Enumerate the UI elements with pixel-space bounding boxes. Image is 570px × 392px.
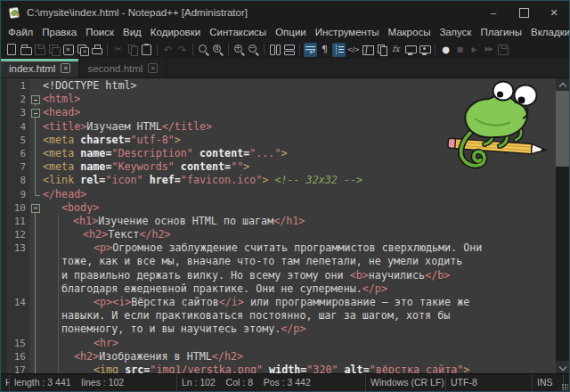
code-text[interactable]: тоже, как и все мы, вначале что-то там л… [43, 255, 462, 268]
bookmark-margin [1, 160, 7, 174]
code-text[interactable]: </head> [43, 188, 86, 201]
menu-item-5[interactable]: Синтаксисы [205, 24, 271, 40]
line-number: 13 [7, 241, 29, 255]
save-icon[interactable] [33, 43, 46, 57]
tab-second.html[interactable]: second.html✕ [79, 59, 167, 78]
macro-save-icon[interactable] [496, 43, 509, 57]
code-text[interactable]: <meta name="Keywords" content=""> [43, 160, 249, 174]
undo-icon[interactable]: ↶ [161, 43, 175, 57]
document-list-icon[interactable] [375, 43, 388, 57]
code-text[interactable]: благодаря ежедневной практике. Они не су… [43, 282, 387, 296]
code-text[interactable]: навыки. И если практиковаться постоянно,… [43, 309, 450, 323]
fold-rail [29, 228, 43, 241]
bookmark-margin [1, 309, 7, 323]
menu-item-2[interactable]: Поиск [81, 24, 118, 40]
code-line: 17<img src="img1/verstka.png" width="320… [1, 363, 556, 373]
tab-close-icon[interactable]: ✕ [148, 63, 158, 73]
code-tags-icon[interactable]: </> [346, 43, 360, 57]
tab-close-icon[interactable]: ✕ [61, 63, 70, 73]
code-text[interactable]: <body> [43, 201, 99, 215]
replace-icon[interactable]: a [211, 43, 224, 57]
code-text[interactable]: <hr> [43, 337, 118, 350]
scrollbar-thumb[interactable] [556, 91, 569, 167]
menu-item-11[interactable]: Вкладки [526, 24, 570, 40]
scroll-down-icon[interactable] [556, 361, 569, 373]
menu-item-1[interactable]: Правка [37, 24, 81, 40]
redo-icon[interactable]: ↷ [175, 43, 189, 57]
macro-play-icon[interactable]: ▶ [468, 43, 481, 57]
copy-icon[interactable] [126, 43, 139, 57]
notepadpp-window: C:\mysite\index.html - Notepad++ [Admini… [0, 0, 570, 392]
print-icon[interactable] [90, 43, 103, 57]
open-file-icon[interactable] [19, 43, 32, 57]
word-wrap-icon[interactable]: ↵ [304, 43, 317, 57]
close-file-icon[interactable] [61, 43, 75, 57]
editor-area[interactable]: 1<!DOCTYPE html>2<html>3<head>4<title>Из… [1, 78, 569, 373]
code-text[interactable]: <meta name="Description" content="..."> [43, 147, 287, 160]
code-text[interactable]: <head> [43, 106, 80, 119]
close-window-button[interactable]: ✕ [539, 1, 569, 24]
resize-grip[interactable] [564, 374, 569, 391]
fold-rail [29, 323, 43, 336]
fold-rail [29, 296, 43, 309]
zoom-out-icon[interactable]: − [247, 43, 260, 57]
status-eol-format: Windows (CR LF) [366, 374, 446, 391]
code-text[interactable]: <link rel="icon" href="favicon.ico"> <!-… [43, 174, 362, 187]
code-text[interactable]: <meta charset="utf-8"> [43, 134, 181, 147]
menu-item-0[interactable]: Файл [4, 24, 37, 40]
minimize-button[interactable]: – [478, 1, 509, 24]
window-title: C:\mysite\index.html - Notepad++ [Admini… [27, 7, 478, 18]
code-text[interactable]: и правильно держать вилку. Но всему этом… [43, 269, 450, 282]
scroll-up-icon[interactable] [556, 78, 569, 91]
code-text[interactable]: понемногу, то и вы научитесь этому.</p> [43, 323, 305, 336]
menu-item-8[interactable]: Макросы [383, 24, 435, 40]
close-all-icon[interactable] [76, 43, 89, 57]
code-text[interactable]: <h1>Изучение основ HTML по шагам</h1> [43, 215, 305, 228]
code-text[interactable]: <h2>Изображения в HTML</h2> [43, 350, 243, 363]
fold-rail [29, 363, 43, 373]
bookmark-margin [1, 282, 7, 296]
fold-collapse-icon[interactable] [29, 93, 43, 106]
zoom-in-icon[interactable]: + [232, 43, 246, 57]
document-map-icon[interactable] [361, 43, 374, 57]
fold-collapse-icon[interactable] [29, 201, 43, 215]
menu-bar: ФайлПравкаПоискВидКодировкиСинтаксисыОпц… [1, 24, 569, 40]
indent-guide-icon[interactable] [332, 43, 346, 57]
code-line: благодаря ежедневной практике. Они не су… [1, 282, 556, 296]
bookmark-margin [1, 296, 7, 309]
menu-item-3[interactable]: Вид [118, 24, 146, 40]
menu-item-6[interactable]: Опции [271, 24, 311, 40]
fold-collapse-icon[interactable] [29, 106, 43, 119]
menu-item-10[interactable]: Плагины [476, 24, 526, 40]
new-file-icon[interactable] [4, 43, 18, 57]
show-all-characters-icon[interactable]: ¶ [318, 43, 331, 57]
code-line: тоже, как и все мы, вначале что-то там л… [1, 255, 556, 268]
maximize-button[interactable] [509, 1, 539, 24]
code-text[interactable]: <img src="img1/verstka.png" width="320" … [43, 363, 469, 373]
macro-stop-icon[interactable]: ■ [453, 43, 467, 57]
function-list-icon[interactable]: fx [389, 43, 403, 57]
menu-item-4[interactable]: Кодировки [146, 24, 205, 40]
paste-icon[interactable] [140, 43, 153, 57]
vertical-scrollbar[interactable] [556, 78, 569, 373]
status-encoding: UTF-8 [446, 374, 533, 391]
macro-run-multiple-icon[interactable]: ▶▶ [482, 43, 495, 57]
save-all-icon[interactable] [47, 43, 61, 57]
code-text[interactable]: <html> [43, 93, 80, 106]
code-text[interactable]: <p>Огромное заблуждение считать программ… [43, 241, 482, 255]
monitoring-icon[interactable] [403, 43, 417, 57]
menu-item-9[interactable]: Запуск [435, 24, 476, 40]
line-number: 12 [7, 228, 29, 241]
find-icon[interactable] [197, 43, 210, 57]
code-text[interactable]: <title>Изучаем HTML</title> [43, 120, 212, 134]
code-text[interactable]: <h2>Текст</h2> [43, 228, 171, 241]
sync-horizontal-scroll-icon[interactable] [282, 43, 296, 57]
code-text[interactable]: <!DOCTYPE html> [43, 79, 137, 93]
tab-index.html[interactable]: index.html✕ [1, 59, 79, 78]
menu-item-7[interactable]: Инструменты [311, 24, 384, 40]
monitor-eye-icon[interactable] [418, 43, 431, 57]
code-text[interactable]: <p><i>Вёрстка сайтов</i> или программиро… [43, 296, 469, 309]
macro-record-icon[interactable]: ● [439, 43, 452, 57]
cut-icon[interactable]: ✂ [111, 43, 125, 57]
sync-vertical-scroll-icon[interactable] [268, 43, 281, 57]
